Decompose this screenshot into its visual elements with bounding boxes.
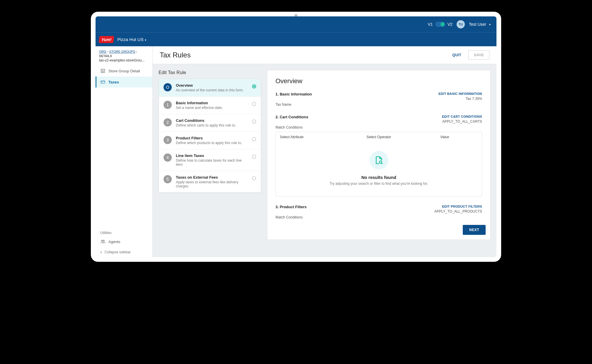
tax-name-value: Tax 7.35%	[438, 97, 482, 101]
radio-icon	[252, 84, 256, 88]
details-label: DETAILS	[96, 54, 152, 58]
radio-icon	[252, 137, 256, 141]
brand-selector[interactable]: Pizza Hut US	[117, 37, 146, 42]
step-product-filters[interactable]: 3 Product Filters Define which products …	[159, 132, 261, 149]
step-taxes-external-fees[interactable]: 5 Taxes on External Fees Apply taxes to …	[159, 171, 261, 192]
quit-button[interactable]: QUIT	[448, 51, 466, 59]
conditions-table: Select Attribute Select Operator Value N…	[275, 132, 482, 196]
collapse-sidebar-button[interactable]: « Collapse sidebar	[96, 247, 152, 257]
section-cart-conditions: 2. Cart Conditions EDIT CART CONDITIONS …	[275, 115, 482, 196]
sidebar-item-label: Store Group Detail	[108, 69, 140, 73]
version-toggle-group: V1 V2	[428, 22, 452, 27]
chevron-left-icon: «	[100, 250, 102, 254]
svg-point-2	[103, 240, 105, 242]
tax-name-label: Tax Name	[275, 102, 291, 107]
col-select-attribute: Select Attribute	[280, 135, 346, 139]
main-header: Tax Rules QUIT SAVE	[153, 46, 496, 64]
match-conditions-label: Match Conditions	[275, 125, 303, 129]
taxes-icon	[100, 79, 106, 85]
sidebar-item-store-group-detail[interactable]: Store Group Detail	[96, 65, 152, 76]
version-toggle[interactable]	[435, 22, 445, 27]
empty-desc: Try adjusting your search or filter to f…	[282, 182, 476, 186]
empty-title: No results found	[282, 175, 476, 180]
v1-label: V1	[428, 22, 433, 27]
utilities-label: Utilities	[96, 228, 152, 236]
detail-title: Overview	[275, 77, 482, 85]
section-basic-information: 1. Basic Information EDIT BASIC INFORMAT…	[275, 92, 482, 107]
breadcrumb: ORG › STORE GROUPS ›	[96, 46, 152, 54]
avatar[interactable]: TU	[457, 20, 465, 28]
col-select-operator: Select Operator	[346, 135, 412, 139]
breadcrumb-store-groups[interactable]: STORE GROUPS	[109, 50, 135, 53]
stepper: O Overview An overview of the current da…	[159, 79, 261, 193]
details-path: tax-v2-examples-storeGrou...	[96, 58, 152, 65]
empty-state: No results found Try adjusting your sear…	[276, 142, 482, 196]
edit-basic-information-button[interactable]: EDIT BASIC INFORMATION	[438, 92, 482, 95]
step-cart-conditions[interactable]: 2 Cart Conditions Define which carts to …	[159, 114, 261, 132]
radio-icon	[252, 176, 256, 180]
save-button[interactable]: SAVE	[468, 50, 489, 60]
sidebar-item-label: Taxes	[108, 80, 119, 84]
agents-icon	[100, 239, 106, 244]
svg-point-3	[379, 161, 382, 163]
radio-icon	[252, 102, 256, 106]
section-product-filters: 3. Product Filters EDIT PRODUCT FILTERS …	[275, 205, 482, 219]
sidebar-item-agents[interactable]: Agents	[96, 236, 152, 247]
col-value: Value	[412, 135, 478, 139]
store-icon	[100, 68, 106, 74]
document-search-icon	[370, 151, 388, 170]
edit-cart-conditions-button[interactable]: EDIT CART CONDITIONS	[442, 115, 482, 118]
svg-rect-0	[101, 81, 105, 83]
step-overview[interactable]: O Overview An overview of the current da…	[159, 79, 261, 97]
brandbar: Yum! Pizza Hut US	[96, 32, 496, 46]
user-menu[interactable]: Test User	[469, 22, 491, 27]
edit-tax-rule-heading: Edit Tax Rule	[159, 70, 261, 79]
breadcrumb-org[interactable]: ORG	[99, 50, 106, 53]
sidebar: ORG › STORE GROUPS › DETAILS tax-v2-exam…	[96, 46, 153, 257]
next-button[interactable]: NEXT	[463, 225, 486, 235]
topbar: V1 V2 TU Test User	[96, 16, 496, 32]
match-conditions-label: Match Conditions	[275, 215, 303, 219]
radio-icon	[252, 119, 256, 124]
edit-product-filters-button[interactable]: EDIT PRODUCT FILTERS	[434, 205, 482, 208]
step-line-item-taxes[interactable]: 4 Line Item Taxes Define how to calculat…	[159, 149, 261, 171]
main: Tax Rules QUIT SAVE Edit Tax Rule O	[153, 46, 496, 257]
detail-panel: Overview 1. Basic Information EDIT BASIC…	[267, 70, 491, 240]
radio-icon	[252, 155, 256, 159]
sidebar-item-taxes[interactable]: Taxes	[96, 76, 152, 88]
sidebar-item-label: Agents	[108, 240, 120, 244]
cart-conditions-value: APPLY_TO_ALL_CARTS	[442, 119, 482, 124]
svg-point-1	[101, 240, 103, 242]
product-filters-value: APPLY_TO_ALL_PRODUCTS	[434, 209, 482, 213]
yum-logo: Yum!	[98, 36, 114, 43]
v2-label: V2	[448, 22, 452, 27]
step-basic-information[interactable]: 1 Basic Information Set a name and effec…	[159, 97, 261, 114]
page-title: Tax Rules	[160, 51, 190, 59]
